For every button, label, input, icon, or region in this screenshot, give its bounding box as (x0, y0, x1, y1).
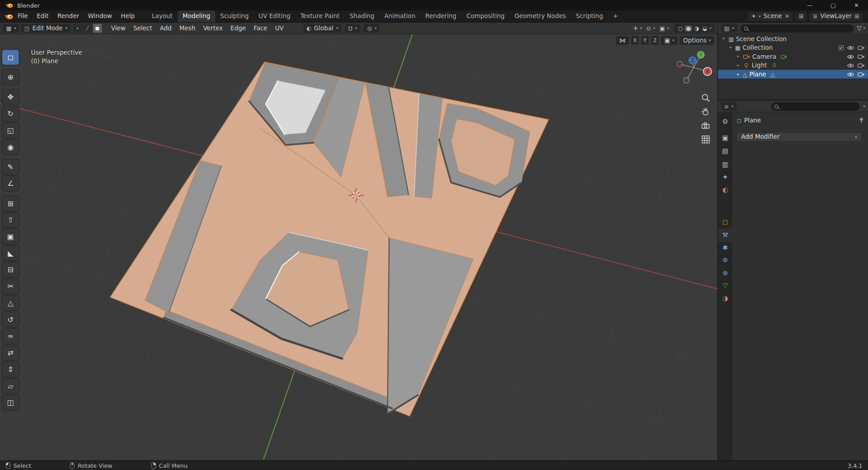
mirror-z-button[interactable]: Z (651, 36, 659, 45)
viewport-canvas[interactable] (0, 34, 717, 461)
new-view-layer-icon[interactable]: ⊞ (854, 13, 859, 19)
filter-caret-icon[interactable]: ▾ (863, 26, 865, 31)
tool-cursor[interactable]: ⊕ (2, 70, 19, 85)
tab-physics[interactable]: ⊚ (718, 254, 732, 267)
breadcrumb-object-name[interactable]: Plane (744, 117, 761, 124)
properties-editor-type-button[interactable]: ≡ ▾ (721, 102, 736, 111)
tool-spin[interactable]: ↺ (2, 312, 19, 327)
hide-eye-icon[interactable] (847, 54, 854, 59)
menu-edit[interactable]: Edit (33, 11, 53, 21)
tab-object-data[interactable]: ▽ (718, 279, 732, 292)
tool-select-box[interactable]: ◻ (2, 50, 19, 65)
blender-menu-logo-icon[interactable] (3, 13, 13, 20)
viewport-menu-uv[interactable]: UV (271, 24, 288, 32)
scene-new-button[interactable]: ⊞ (796, 12, 807, 21)
mirror-y-button[interactable]: Y (641, 36, 649, 45)
tool-measure[interactable]: ∠ (2, 176, 19, 191)
maximize-button[interactable]: ▢ (821, 0, 844, 10)
collection-checkbox[interactable]: ✔ (839, 45, 844, 50)
expanded-arrow-icon[interactable]: ▾ (728, 45, 733, 50)
add-workspace-button[interactable]: + (608, 10, 623, 22)
camera-view-button[interactable] (698, 119, 713, 132)
tool-inset-faces[interactable]: ▣ (2, 229, 19, 244)
tool-rotate[interactable]: ↻ (2, 106, 19, 121)
disable-render-camera-icon[interactable] (858, 62, 865, 68)
tab-object[interactable]: ◻ (718, 215, 732, 228)
tab-modifiers[interactable]: ⚒ (718, 229, 732, 242)
viewport-menu-add[interactable]: Add (156, 24, 175, 32)
workspace-tab-modeling[interactable]: Modeling (178, 10, 215, 22)
minimize-button[interactable]: — (798, 0, 821, 10)
workspace-tab-texture-paint[interactable]: Texture Paint (295, 10, 344, 22)
expand-arrow-icon[interactable]: ▸ (736, 72, 741, 76)
tool-smooth[interactable]: ≈ (2, 329, 19, 343)
shading-rendered-button[interactable]: ◒ (701, 25, 708, 31)
snap-target-button[interactable]: ▣ ▾ (661, 36, 678, 45)
tab-view-layer[interactable]: ▥ (718, 158, 732, 171)
menu-file[interactable]: File (13, 11, 32, 21)
tab-particles[interactable]: ✱ (718, 241, 732, 254)
filter-funnel-icon[interactable]: ▽ (857, 24, 862, 32)
tool-shrink-fatten[interactable]: ⇕ (2, 362, 19, 377)
properties-search-input[interactable] (771, 102, 860, 110)
outliner-editor-type-button[interactable]: ▤ ▾ (721, 24, 737, 33)
zoom-view-button[interactable] (698, 91, 713, 104)
outliner-row-camera[interactable]: ▸ Camera (718, 52, 868, 61)
menu-help[interactable]: Help (116, 11, 139, 21)
expanded-arrow-icon[interactable]: ▾ (722, 37, 726, 41)
workspace-tab-uv-editing[interactable]: UV Editing (254, 10, 295, 22)
workspace-tab-animation[interactable]: Animation (379, 10, 420, 22)
tool-loop-cut[interactable]: ⊟ (2, 262, 19, 277)
editor-type-button[interactable]: ▦ ▾ (3, 24, 19, 33)
workspace-tab-rendering[interactable]: Rendering (420, 10, 462, 22)
viewport-menu-view[interactable]: View (107, 24, 129, 32)
mirror-icon-button[interactable]: ⋈ (616, 36, 629, 45)
orthographic-toggle-button[interactable] (698, 133, 713, 146)
face-select-button[interactable]: ■ (93, 24, 102, 33)
expand-arrow-icon[interactable]: ▸ (736, 63, 741, 68)
tool-rip-region[interactable]: ◫ (2, 395, 19, 410)
mirror-x-button[interactable]: X (631, 36, 639, 45)
show-gizmo-toggle[interactable]: ✛ ▾ (632, 25, 642, 31)
outliner-row-scene-collection[interactable]: ▾ ▥ Scene Collection (718, 34, 868, 43)
tool-annotate[interactable]: ✎ (2, 160, 19, 174)
outliner-row-collection[interactable]: ▾ ▦ Collection ✔ (718, 43, 868, 52)
disable-render-camera-icon[interactable] (858, 45, 865, 50)
add-modifier-button[interactable]: Add Modifier ▾ (737, 133, 862, 141)
tab-scene[interactable]: ✦ (718, 170, 732, 183)
shading-material-button[interactable]: ◑ (693, 25, 700, 31)
workspace-tab-shading[interactable]: Shading (344, 10, 379, 22)
workspace-tab-scripting[interactable]: Scripting (571, 10, 608, 22)
tab-output[interactable]: ▤ (718, 145, 732, 158)
tool-shear[interactable]: ▱ (2, 379, 19, 394)
menu-window[interactable]: Window (84, 11, 117, 21)
outliner-search-input[interactable] (741, 24, 854, 32)
viewport-menu-select[interactable]: Select (129, 24, 156, 32)
disable-render-camera-icon[interactable] (858, 54, 865, 59)
viewport-menu-face[interactable]: Face (250, 24, 271, 32)
pan-view-button[interactable] (698, 105, 713, 118)
viewport-menu-mesh[interactable]: Mesh (175, 24, 199, 32)
tab-world[interactable]: ◐ (718, 183, 732, 196)
expand-arrow-icon[interactable]: ▸ (736, 54, 741, 59)
outliner-row-plane[interactable]: ▸ △ Plane △ (718, 70, 868, 79)
workspace-tab-compositing[interactable]: Compositing (462, 10, 509, 22)
hide-eye-icon[interactable] (847, 63, 854, 68)
navigation-gizmo[interactable]: Y Z X (669, 50, 715, 86)
mode-dropdown[interactable]: ◳ Edit Mode ▾ (21, 24, 71, 33)
disable-render-camera-icon[interactable] (858, 71, 865, 77)
properties-filter-caret-icon[interactable]: ▾ (863, 104, 865, 108)
edge-select-button[interactable]: ╱ (83, 24, 92, 33)
show-overlays-toggle[interactable]: ⊙ ▾ (645, 25, 655, 31)
shading-solid-button[interactable]: ● (685, 25, 692, 31)
tool-extrude-region[interactable]: ⇧ (2, 212, 19, 227)
outliner-row-light[interactable]: ▸ Light (718, 61, 868, 70)
scene-selector[interactable]: ✦ ▾ Scene ✕ (748, 12, 793, 21)
close-button[interactable]: ✕ (845, 0, 868, 10)
shading-wireframe-button[interactable]: ○ (677, 25, 684, 31)
transform-orientation-dropdown[interactable]: ◐ Global ▾ (303, 24, 341, 33)
vertex-select-button[interactable]: ∙ (73, 24, 82, 33)
tab-constraints[interactable]: ⊛ (718, 266, 732, 279)
tool-scale[interactable]: ◱ (2, 123, 19, 138)
view-layer-selector[interactable]: ≣ ViewLayer ⊞ (810, 12, 863, 21)
